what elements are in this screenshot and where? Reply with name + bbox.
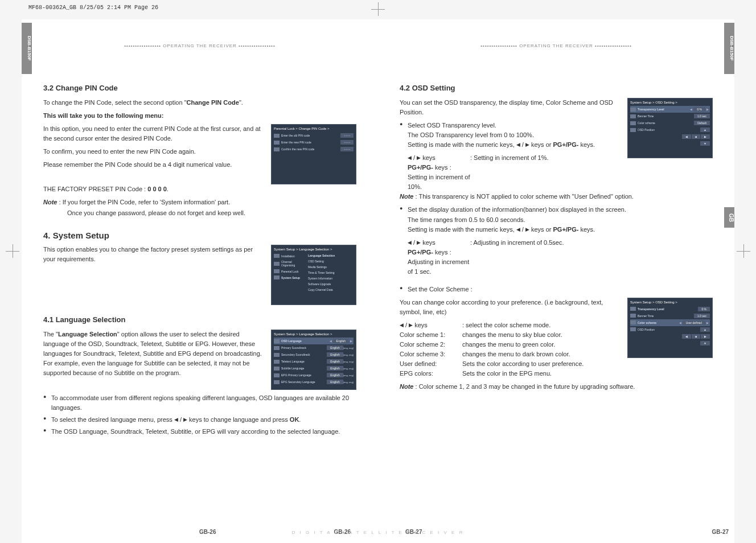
footer-page-left: GB-26: [199, 529, 216, 535]
shot5-r2: Banner Time: [638, 314, 694, 318]
shot3-v6b: (eng, eng): [343, 374, 354, 377]
s42-b3: Set the Color Scheme :: [400, 285, 713, 294]
shot3-r7: EPG Secondary Language: [281, 380, 327, 384]
shot2-side3: Parental Lock: [281, 270, 306, 273]
crop-mark-top: [371, 2, 385, 16]
shot2-m6: Software Upgrade: [308, 282, 354, 286]
page-header-right: ••••••••••••••••• OPERATING THE RECEIVER…: [400, 19, 713, 79]
shot3-v7a: English: [327, 380, 343, 384]
shot2-m7: Copy Channel Data: [308, 288, 354, 291]
s41-b2: To select the desired language menu, pre…: [43, 415, 356, 425]
shot5-v1: 0 %: [698, 307, 710, 311]
shot3-r6: EPG Primary Language: [281, 373, 327, 377]
shot3-v4b: (eng, eng): [343, 360, 354, 363]
s42-def-4: User defined:Sets the color according to…: [400, 359, 619, 369]
shot5-r3: Color scheme: [638, 321, 678, 324]
shot3-v2b: (eng, eng): [343, 347, 354, 349]
shot5-v2: 1.0 sec: [694, 314, 710, 318]
spine-tab-model-right: DSB-B150F: [724, 23, 734, 74]
crop-mark-left: [6, 244, 19, 258]
shot3-r1: OSD Language: [281, 339, 328, 343]
s42-def-1: Color scheme 1:changes the menu to sky b…: [400, 330, 619, 340]
s32-note-2: Once you change password, please do not …: [43, 208, 356, 218]
shot2-breadcrumb: System Setup > Language Selection >: [274, 248, 354, 253]
shot3-r2: Primary Soundtrack: [281, 346, 327, 349]
screenshot-system-setup: System Setup > Language Selection > Inst…: [271, 245, 356, 305]
shot3-v6a: English: [327, 373, 343, 377]
section-4-1-title: 4.1 Language Selection: [43, 315, 356, 324]
shot5-r4: OSD Position: [638, 328, 700, 331]
shot3-v2a: English: [327, 345, 343, 350]
s42-key-row-2: PG+/PG- keys : Setting in increment of 1…: [408, 163, 619, 192]
page-right: DSB-B150F GB ••••••••••••••••• OPERATING…: [378, 19, 734, 543]
screenshot-osd-setting-1: System Setup > OSD Setting > Transparenc…: [627, 98, 713, 158]
shot2-m1: Language Selection: [308, 254, 354, 257]
section-4-2-title: 4.2 OSD Setting: [400, 84, 713, 92]
s32-p2: This will take you to the following menu…: [43, 111, 356, 121]
shot1-r2: Enter the new PIN code: [281, 141, 340, 144]
shot1-r1: Enter the old PIN code: [281, 134, 340, 137]
s32-p1: To change the PIN Code, select the secon…: [43, 98, 356, 108]
s32-note: Note : If you forget the PIN Code, refer…: [43, 198, 356, 207]
shot4-r4: OSD Position: [638, 128, 700, 131]
shot3-r3: Secondary Soundtrack: [281, 353, 327, 356]
s32-p3: In this option, you need to enter the cu…: [43, 124, 263, 143]
s41-b3: The OSD Language, Soundtrack, Teletext, …: [43, 427, 356, 437]
shot3-breadcrumb: System Setup > Language Selection >: [274, 332, 354, 338]
s42-b1: Select OSD Transparency level. The OSD T…: [400, 121, 619, 150]
shot1-v2: - - - -: [340, 140, 354, 145]
shot2-m4: Time & Timer Setting: [308, 271, 354, 274]
shot2-side4: System Setup: [281, 276, 306, 279]
shot2-side2: Channel Organising: [281, 260, 306, 267]
s42-key-row-1: ◀ / ▶ keys: Setting in increment of 1%.: [408, 153, 619, 163]
shot5-r1: Transparency Level: [638, 307, 698, 311]
s41-p1: The "Language Selection" option allows t…: [43, 330, 263, 378]
s42-note-1: Note : This transparency is NOT applied …: [400, 192, 713, 201]
s32-p4: To confirm, you need to enter the new PI…: [43, 147, 263, 157]
section-4-title: 4. System Setup: [43, 231, 356, 240]
shot4-v2: 1.0 sec: [694, 114, 710, 118]
shot3-v1: English: [333, 339, 349, 343]
shot5-breadcrumb: System Setup > OSD Setting >: [630, 301, 710, 306]
s42-b2: Set the display duration of the informat…: [400, 205, 713, 234]
shot1-v3: - - - -: [340, 147, 354, 151]
shot2-m5: System Information: [308, 277, 354, 280]
screenshot-change-pin: Parental Lock > Change PIN Code > Enter …: [271, 124, 356, 184]
shot4-r1: Transparency Level: [638, 108, 689, 111]
s42-p2: You can change color according to your p…: [400, 298, 619, 317]
s42-key-row-3: ◀ / ▶ keys: Adjusting in increment of 0.…: [408, 238, 713, 248]
shot3-r5: Subtitle Language: [281, 367, 327, 370]
s42-def-2: Color scheme 2:changes the menu to green…: [400, 340, 619, 349]
shot1-breadcrumb: Parental Lock > Change PIN Code >: [274, 127, 354, 132]
shot5-v3: User defined: [683, 320, 705, 325]
shot4-v1: 0 %: [693, 107, 705, 112]
crop-mark-right: [737, 244, 750, 258]
shot3-v3a: English: [327, 352, 343, 357]
screenshot-osd-setting-2: System Setup > OSD Setting > Transparenc…: [627, 298, 713, 358]
shot1-r3: Confirm the new PIN code: [281, 147, 340, 151]
s42-def-5: EPG colors:Sets the color in the EPG men…: [400, 369, 619, 379]
footer-page-right: GB-27: [712, 529, 729, 535]
page-left: DSB-B150F ••••••••••••••••• OPERATING TH…: [22, 19, 378, 543]
shot4-breadcrumb: System Setup > OSD Setting >: [630, 101, 710, 106]
s42-key-row-4: PG+/PG- keys : Adjusting in increment of…: [408, 248, 713, 277]
page-header-left: ••••••••••••••••• OPERATING THE RECEIVER…: [43, 19, 356, 79]
s42-p1: You can set the OSD transparency, the di…: [400, 98, 619, 117]
shot3-v5a: English: [327, 366, 343, 371]
shot3-v4a: English: [327, 359, 343, 364]
print-meta-header: MF68-00362A_GB 8/25/05 2:14 PM Page 26: [28, 5, 158, 11]
shot1-v1: - - - -: [340, 133, 354, 138]
s42-note-2: Note : Color scheme 1, 2 and 3 may be ch…: [400, 382, 713, 392]
s42-def-3: Color scheme 3:changes the menu to dark …: [400, 349, 619, 359]
shot2-m2: OSD Setting: [308, 260, 354, 263]
shot2-m3: Media Settings: [308, 265, 354, 269]
s41-b1: To accommodate user from different regio…: [43, 393, 356, 413]
shot4-v3: Default: [694, 121, 710, 125]
s4-p1: This option enables you to change the fa…: [43, 245, 263, 264]
shot3-v5b: (eng, eng): [343, 367, 354, 370]
shot3-r4: Teletext Language: [281, 360, 327, 363]
s32-p6: THE FACTORY PRESET PIN Code : 0 0 0 0.: [43, 184, 356, 194]
spine-tab-gb: GB: [724, 207, 734, 228]
shot3-v3b: (eng, eng): [343, 353, 354, 356]
s42-def-keys: ◀ / ▶ keys: select the color scheme mode…: [400, 320, 619, 330]
